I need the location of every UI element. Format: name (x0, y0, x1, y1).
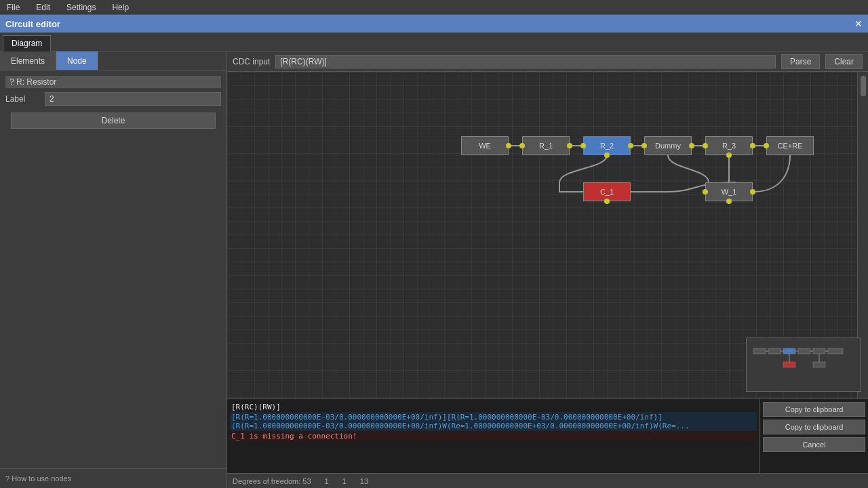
node-Dummy[interactable]: Dummy (644, 136, 692, 155)
svg-rect-2 (768, 348, 781, 354)
output-area: [R(RC)(RW)] [R(R=1.000000000000E-03/0.00… (227, 399, 868, 473)
svg-rect-8 (813, 362, 825, 367)
delete-button[interactable]: Delete (11, 113, 216, 129)
title-bar: Circuit editor ✕ (0, 15, 868, 33)
node-WE[interactable]: WE (461, 136, 509, 155)
close-button[interactable]: ✕ (854, 18, 863, 29)
label-input[interactable] (45, 92, 221, 106)
output-buttons: Copy to clipboard Copy to clipboard Canc… (760, 399, 868, 473)
minimap (746, 338, 861, 392)
dot-W1-left (703, 189, 708, 195)
node-type-label: ? R: Resistor (5, 76, 221, 88)
dot-R2-left (580, 143, 586, 148)
window-title: Circuit editor (5, 19, 60, 29)
status-pos3: 13 (360, 477, 368, 485)
clear-button[interactable]: Clear (825, 54, 863, 69)
log-line-2: [R(R=1.000000000000E-03/0.000000000000E+… (230, 412, 757, 431)
tab-bar: Diagram (0, 33, 868, 52)
app-window: File Edit Settings Help Circuit editor ✕… (0, 0, 868, 488)
dot-Dummy-right (689, 143, 694, 148)
svg-rect-0 (747, 338, 861, 391)
label-row: Label (5, 92, 221, 106)
dot-R2-bottom (604, 152, 610, 158)
panel-tab-elements[interactable]: Elements (0, 52, 56, 70)
node-R2-label: R_2 (600, 142, 614, 150)
log-line-3: C_1 is missing a connection! (230, 431, 757, 441)
help-text: ? How to use nodes (0, 468, 226, 488)
dot-CERE-left (764, 143, 769, 148)
node-R1-label: R_1 (539, 142, 553, 150)
status-bar: Degrees of freedom: 53 1 1 13 (227, 473, 868, 488)
dot-Dummy-left (642, 143, 647, 148)
dot-WE-right (506, 143, 511, 148)
node-WE-label: WE (479, 142, 491, 150)
dot-R1-right (567, 143, 572, 148)
node-type-row: ? R: Resistor (5, 76, 221, 88)
dot-R3-right (750, 143, 755, 148)
svg-rect-4 (798, 348, 810, 354)
status-pos1: 1 (325, 477, 329, 485)
svg-rect-1 (753, 348, 766, 354)
cancel-button[interactable]: Cancel (763, 437, 865, 452)
svg-rect-3 (783, 348, 795, 354)
node-C1-label: C_1 (600, 188, 614, 196)
menu-bar: File Edit Settings Help (0, 0, 868, 15)
node-W1-label: W_1 (722, 188, 737, 196)
tab-diagram[interactable]: Diagram (3, 35, 51, 52)
node-CERE[interactable]: CE+RE (766, 136, 814, 155)
status-pos2: 1 (342, 477, 347, 485)
editor-content: Elements Node ? R: Resistor Label Delete… (0, 52, 868, 488)
cdc-bar: CDC input Parse Clear (227, 52, 868, 72)
menu-help[interactable]: Help (108, 1, 133, 14)
dot-W1-right (750, 189, 755, 195)
circuit-canvas[interactable]: WE R_1 R_2 Dummy (227, 72, 868, 399)
svg-rect-6 (828, 348, 843, 354)
cdc-label: CDC input (233, 57, 270, 66)
menu-settings[interactable]: Settings (62, 1, 100, 14)
left-panel: Elements Node ? R: Resistor Label Delete… (0, 52, 227, 488)
canvas-area: CDC input Parse Clear (227, 52, 868, 488)
menu-file[interactable]: File (3, 1, 24, 14)
output-log: [R(RC)(RW)] [R(R=1.000000000000E-03/0.00… (227, 399, 760, 473)
node-R1[interactable]: R_1 (522, 136, 570, 155)
node-CERE-label: CE+RE (778, 142, 803, 150)
menu-edit[interactable]: Edit (32, 1, 54, 14)
panel-tabs: Elements Node (0, 52, 226, 70)
dot-R3-left (703, 143, 708, 148)
copy-clipboard-button-1[interactable]: Copy to clipboard (763, 402, 865, 417)
dot-R2-right (628, 143, 633, 148)
parse-button[interactable]: Parse (781, 54, 820, 69)
label-key: Label (5, 94, 39, 104)
node-R3-label: R_3 (722, 142, 736, 150)
scroll-thumb (861, 76, 866, 96)
dot-C1-bottom (604, 199, 610, 204)
dot-W1-bottom (726, 199, 732, 204)
log-line-1: [R(RC)(RW)] (230, 402, 757, 412)
panel-body: ? R: Resistor Label Delete (0, 70, 226, 468)
minimap-svg (747, 338, 861, 391)
svg-rect-5 (813, 348, 825, 354)
degrees-of-freedom: Degrees of freedom: 53 (233, 477, 311, 485)
panel-tab-node[interactable]: Node (56, 52, 98, 70)
dot-R1-left (519, 143, 525, 148)
node-Dummy-label: Dummy (655, 142, 681, 150)
dot-R3-bottom (726, 152, 732, 158)
svg-rect-7 (783, 362, 795, 367)
copy-clipboard-button-2[interactable]: Copy to clipboard (763, 420, 865, 434)
cdc-input[interactable] (275, 55, 776, 68)
